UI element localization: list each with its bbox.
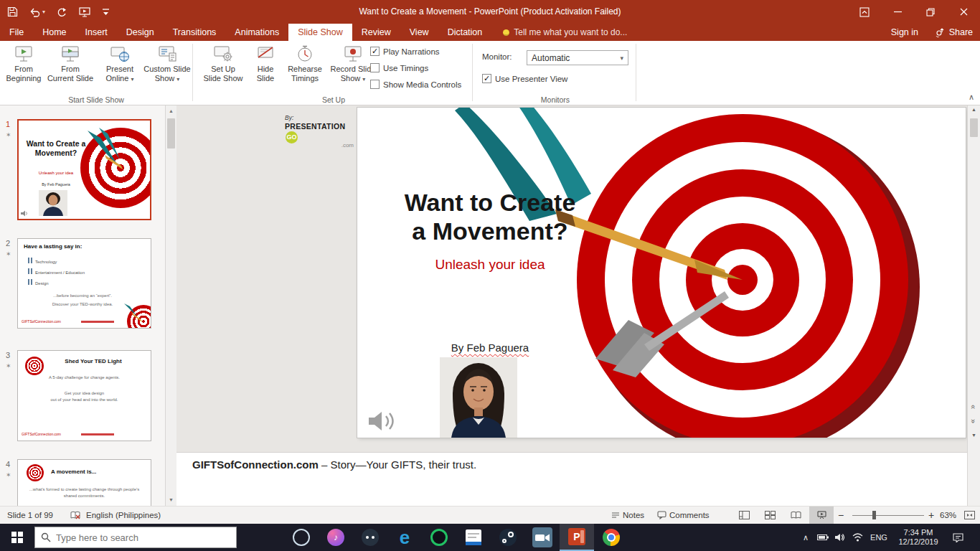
- use-timings-box[interactable]: [370, 63, 380, 72]
- zoom-in-button[interactable]: +: [928, 507, 934, 524]
- ribbon: FromBeginning FromCurrent Slide Present …: [0, 41, 980, 105]
- thumbnail-scrollbar[interactable]: ▲ ▼: [166, 105, 176, 506]
- edge-button[interactable]: e: [387, 524, 422, 551]
- thumbnail-scroll-down-arrow[interactable]: ▼: [166, 494, 176, 506]
- zoom-slider-thumb[interactable]: [872, 511, 876, 519]
- from-beginning-button[interactable]: FromBeginning: [3, 43, 44, 95]
- slide-thumbnail-4[interactable]: A movement is... ...what's formed to cre…: [17, 459, 151, 506]
- window-title: Want to Create a Movement - PowerPoint (…: [0, 0, 980, 24]
- ribbon-display-options-button[interactable]: [848, 0, 881, 24]
- tab-dictation[interactable]: Dictation: [438, 24, 492, 41]
- status-bar: Slide 1 of 99 English (Philippines) Note…: [0, 506, 980, 524]
- play-narrations-box[interactable]: ✓: [370, 47, 380, 56]
- thumbnail-scrollbar-thumb[interactable]: [167, 118, 175, 149]
- set-up-slide-show-button[interactable]: Set UpSlide Show: [201, 43, 245, 95]
- taskbar-search-box[interactable]: [34, 527, 237, 548]
- vertical-scrollbar[interactable]: ▲ « » ▼: [967, 105, 980, 506]
- fit-to-window-button[interactable]: [964, 507, 975, 524]
- language-tray-indicator[interactable]: ENG: [867, 524, 891, 551]
- zoom-out-button[interactable]: −: [838, 507, 844, 524]
- notes-toggle-button[interactable]: Notes: [611, 507, 644, 524]
- spell-check-icon[interactable]: [70, 507, 80, 524]
- language-indicator[interactable]: English (Philippines): [86, 507, 161, 524]
- tell-me-box[interactable]: Tell me what you want to do...: [503, 24, 627, 41]
- reading-view-button[interactable]: [783, 507, 808, 524]
- rehearse-timings-button[interactable]: RehearseTimings: [284, 43, 326, 95]
- use-presenter-view-checkbox[interactable]: ✓ Use Presenter View: [482, 74, 567, 83]
- tab-view[interactable]: View: [400, 24, 438, 41]
- play-narrations-checkbox[interactable]: ✓ Play Narrations: [370, 47, 440, 56]
- slide-thumbnail-3[interactable]: Shed Your TED Light A 5-day challenge fo…: [17, 350, 151, 441]
- slide-3-animation-star-icon: ✶: [6, 362, 11, 369]
- slide-subtitle[interactable]: Unleash your idea: [379, 257, 601, 273]
- slide-editor-canvas: By: PRESENTATIONGO .com: [176, 105, 967, 452]
- green-ring-app-button[interactable]: [422, 524, 456, 551]
- itunes-button[interactable]: ♪: [319, 524, 353, 551]
- slide-thumbnail-2[interactable]: Have a lasting say in: Technology Entert…: [17, 238, 151, 329]
- network-icon[interactable]: [849, 524, 865, 551]
- start-button[interactable]: [0, 524, 34, 551]
- camera-app-button[interactable]: [525, 524, 560, 551]
- tab-slide-show[interactable]: Slide Show: [288, 24, 352, 41]
- normal-view-button[interactable]: [732, 507, 756, 524]
- slide-counter[interactable]: Slide 1 of 99: [7, 507, 53, 524]
- previous-slide-button[interactable]: «: [968, 402, 980, 411]
- round-app-button[interactable]: [353, 524, 387, 551]
- comments-toggle-button[interactable]: Comments: [657, 507, 710, 524]
- tab-design[interactable]: Design: [117, 24, 164, 41]
- tab-transitions[interactable]: Transitions: [164, 24, 226, 41]
- use-presenter-view-box[interactable]: ✓: [482, 74, 491, 83]
- slide-byline[interactable]: By Feb Paguera: [379, 342, 601, 354]
- notes-pane[interactable]: GIFTSofConnection.com – Story—Your GIFTS…: [176, 452, 967, 506]
- show-media-controls-checkbox[interactable]: Show Media Controls: [370, 80, 461, 89]
- thumb3-title: Shed Your TED Light: [47, 358, 140, 364]
- restore-button[interactable]: [914, 0, 947, 24]
- calendar-button[interactable]: [456, 524, 491, 551]
- tab-review[interactable]: Review: [352, 24, 400, 41]
- share-button[interactable]: Share: [936, 24, 973, 41]
- slide-thumbnail-1[interactable]: Want to Create a Movement? Unleash your …: [17, 119, 151, 220]
- tray-show-hidden-icons-button[interactable]: ∧: [798, 524, 814, 551]
- zoom-level[interactable]: 63%: [940, 507, 956, 524]
- tab-insert[interactable]: Insert: [76, 24, 117, 41]
- tab-file[interactable]: File: [0, 24, 33, 41]
- next-slide-button[interactable]: »: [968, 417, 980, 425]
- action-center-button[interactable]: [948, 524, 967, 551]
- cortana-button[interactable]: [284, 524, 319, 551]
- thumb4-line-1: ...what's formed to create lasting chang…: [28, 487, 141, 491]
- taskbar-clock[interactable]: 7:34 PM 12/12/2019: [892, 524, 944, 551]
- search-input[interactable]: [56, 532, 214, 543]
- monitor-select[interactable]: Automatic ▾: [527, 50, 628, 65]
- slide-title[interactable]: Want to Create a Movement?: [379, 188, 601, 245]
- custom-slide-show-button[interactable]: Custom Slide Show ▾: [143, 43, 191, 95]
- slide-1-canvas[interactable]: Want to Create a Movement? Unleash your …: [357, 108, 966, 438]
- scroll-down-arrow[interactable]: ▼: [968, 433, 980, 438]
- collapse-ribbon-button[interactable]: ∧: [969, 93, 974, 102]
- use-timings-checkbox[interactable]: Use Timings: [370, 63, 428, 72]
- audio-speaker-icon[interactable]: [367, 409, 399, 433]
- slide-1-animation-star-icon: ✶: [6, 131, 11, 138]
- sign-in-button[interactable]: Sign in: [891, 24, 918, 41]
- hide-slide-button[interactable]: HideSlide: [248, 43, 283, 95]
- steam-button[interactable]: [491, 524, 525, 551]
- show-media-controls-box[interactable]: [370, 80, 380, 89]
- minimize-button[interactable]: [881, 0, 914, 24]
- scroll-up-arrow[interactable]: ▲: [968, 107, 980, 112]
- close-button[interactable]: [947, 0, 980, 24]
- volume-icon[interactable]: [832, 524, 848, 551]
- slide-sorter-view-button[interactable]: [758, 507, 782, 524]
- from-current-slide-button[interactable]: FromCurrent Slide: [46, 43, 95, 95]
- battery-icon[interactable]: [815, 524, 831, 551]
- slide-show-view-button[interactable]: [809, 507, 834, 524]
- camera-icon: [532, 527, 552, 547]
- chrome-button[interactable]: [594, 524, 628, 551]
- tab-animations[interactable]: Animations: [225, 24, 288, 41]
- slide-3-number: 3: [6, 351, 10, 359]
- scrollbar-thumb[interactable]: [970, 118, 978, 137]
- powerpoint-taskbar-button[interactable]: P: [560, 524, 594, 551]
- zoom-slider-track[interactable]: [852, 515, 924, 516]
- presenter-photo[interactable]: [440, 357, 517, 438]
- thumbnail-scroll-up-arrow[interactable]: ▲: [166, 105, 176, 117]
- present-online-button[interactable]: Present Online ▾: [98, 43, 142, 95]
- tab-home[interactable]: Home: [33, 24, 75, 41]
